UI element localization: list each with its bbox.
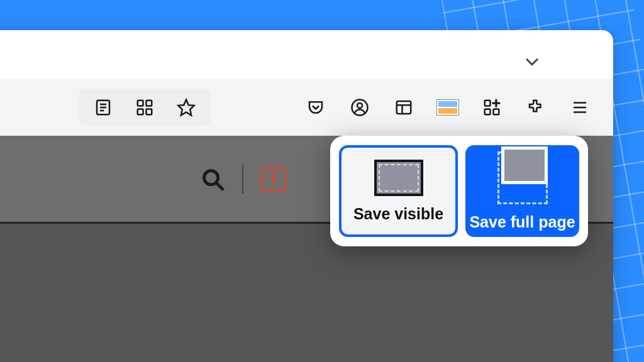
svg-rect-15 [485, 109, 491, 115]
vertical-separator [242, 165, 243, 194]
add-to-grid-icon[interactable] [479, 94, 505, 121]
svg-rect-14 [485, 101, 491, 106]
pocket-icon[interactable] [303, 94, 329, 121]
svg-rect-5 [147, 101, 152, 106]
screenshot-popup: Save visible Save full page [330, 136, 588, 246]
toolbar-right-icons [303, 94, 593, 121]
facebook-link-icon[interactable]: f [261, 167, 286, 192]
hamburger-menu-icon[interactable] [567, 94, 593, 121]
save-full-page-option[interactable]: Save full page [465, 145, 579, 237]
svg-rect-11 [397, 101, 411, 114]
tab-strip [0, 30, 613, 79]
apps-grid-icon[interactable] [131, 94, 158, 121]
svg-rect-4 [138, 101, 143, 106]
save-full-thumb-icon [497, 151, 548, 204]
sidebar-panel-icon[interactable] [391, 94, 417, 121]
navigation-toolbar [0, 79, 613, 136]
reader-view-icon[interactable] [90, 94, 116, 121]
facebook-letter: f [270, 168, 277, 190]
svg-line-23 [216, 183, 223, 189]
svg-rect-7 [147, 109, 152, 115]
address-bar-actions [79, 89, 211, 126]
svg-point-10 [357, 103, 362, 108]
account-icon[interactable] [347, 94, 373, 121]
extensions-icon[interactable] [523, 94, 549, 121]
tabs-dropdown-icon[interactable] [523, 53, 541, 70]
bookmark-star-icon[interactable] [173, 94, 199, 121]
browser-window: f Save visible Save full page [0, 30, 613, 362]
svg-rect-16 [494, 109, 499, 115]
screenshot-tool-icon[interactable] [435, 94, 461, 121]
save-visible-thumb-icon [374, 160, 423, 196]
svg-rect-6 [138, 109, 143, 115]
save-visible-option[interactable]: Save visible [339, 145, 458, 237]
save-full-label: Save full page [469, 213, 575, 231]
page-search-icon[interactable] [201, 167, 225, 191]
save-visible-label: Save visible [353, 205, 443, 223]
svg-marker-8 [179, 100, 194, 116]
